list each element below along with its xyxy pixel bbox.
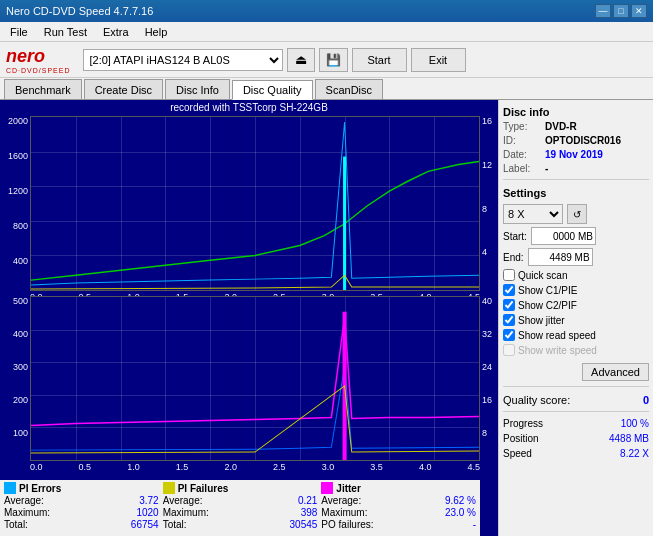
- tab-scan-disc[interactable]: ScanDisc: [315, 79, 383, 99]
- speed-row: Speed 8.22 X: [503, 448, 649, 459]
- y-lower-r-8: 8: [482, 428, 487, 438]
- y-lower-r-24: 24: [482, 362, 492, 372]
- quality-score-val: 0: [643, 394, 649, 406]
- right-panel: Disc info Type: DVD-R ID: OPTODISCR016 D…: [498, 100, 653, 536]
- disc-label-val: -: [545, 163, 548, 174]
- y-lower-300: 300: [13, 362, 28, 372]
- lower-chart-svg: [31, 297, 479, 460]
- menu-file[interactable]: File: [4, 25, 34, 39]
- jitter-legend: Jitter Average: 9.62 % Maximum: 23.0 % P…: [321, 482, 476, 534]
- x-lower-4.0: 4.0: [419, 462, 432, 475]
- title-bar-controls[interactable]: — □ ✕: [595, 4, 647, 18]
- progress-label: Progress: [503, 418, 543, 429]
- show-c2-label: Show C2/PIF: [518, 300, 577, 311]
- quality-score-label: Quality score:: [503, 394, 570, 406]
- pi-failures-avg-label: Average:: [163, 495, 203, 506]
- x-lower-3.5: 3.5: [370, 462, 383, 475]
- pi-errors-max-label: Maximum:: [4, 507, 50, 518]
- menu-run-test[interactable]: Run Test: [38, 25, 93, 39]
- speed-val: 8.22 X: [620, 448, 649, 459]
- advanced-button[interactable]: Advanced: [582, 363, 649, 381]
- exit-button[interactable]: Exit: [411, 48, 466, 72]
- tab-benchmark[interactable]: Benchmark: [4, 79, 82, 99]
- separator-3: [503, 411, 649, 412]
- jitter-avg-label: Average:: [321, 495, 361, 506]
- save-button[interactable]: 💾: [319, 48, 348, 72]
- disc-id-val: OPTODISCR016: [545, 135, 621, 146]
- jitter-color-box: [321, 482, 333, 494]
- separator-2: [503, 386, 649, 387]
- y-lower-100: 100: [13, 428, 28, 438]
- y-lower-400: 400: [13, 329, 28, 339]
- chart-bottom: PI Errors Average: 3.72 Maximum: 1020 To…: [0, 480, 480, 536]
- nero-sub-logo: CD·DVD/SPEED: [6, 67, 71, 74]
- y-upper-r-4: 4: [482, 247, 487, 257]
- y-lower-r-16: 16: [482, 395, 492, 405]
- show-c1-checkbox[interactable]: [503, 284, 515, 296]
- jitter-label: Jitter: [336, 483, 360, 494]
- y-axis-lower-right: 40 32 24 16 8: [480, 296, 498, 461]
- minimize-button[interactable]: —: [595, 4, 611, 18]
- tab-disc-quality[interactable]: Disc Quality: [232, 80, 313, 100]
- position-label: Position: [503, 433, 539, 444]
- speed-selector[interactable]: 8 X Max 2 X 4 X 6 X 12 X 16 X: [503, 204, 563, 224]
- x-axis-lower: 0.0 0.5 1.0 1.5 2.0 2.5 3.0 3.5 4.0 4.5: [30, 462, 480, 475]
- progress-row: Progress 100 %: [503, 418, 649, 429]
- x-lower-0.0: 0.0: [30, 462, 43, 475]
- y-upper-2000: 2000: [8, 116, 28, 126]
- y-upper-r-16: 16: [482, 116, 492, 126]
- show-c2-checkbox[interactable]: [503, 299, 515, 311]
- disc-id-label: ID:: [503, 135, 541, 146]
- disc-label-row: Label: -: [503, 163, 649, 174]
- x-lower-1.5: 1.5: [176, 462, 189, 475]
- show-write-speed-label: Show write speed: [518, 345, 597, 356]
- disc-label-label: Label:: [503, 163, 541, 174]
- position-row: Position 4488 MB: [503, 433, 649, 444]
- tab-disc-info[interactable]: Disc Info: [165, 79, 230, 99]
- disc-date-row: Date: 19 Nov 2019: [503, 149, 649, 160]
- eject-button[interactable]: ⏏: [287, 48, 315, 72]
- pi-failures-label: PI Failures: [178, 483, 229, 494]
- quick-scan-checkbox[interactable]: [503, 269, 515, 281]
- menu-extra[interactable]: Extra: [97, 25, 135, 39]
- app-logo: nero CD·DVD/SPEED: [6, 46, 71, 74]
- show-write-speed-checkbox[interactable]: [503, 344, 515, 356]
- tabs: Benchmark Create Disc Disc Info Disc Qua…: [0, 78, 653, 100]
- y-upper-400: 400: [13, 256, 28, 266]
- menu-help[interactable]: Help: [139, 25, 174, 39]
- po-failures-label: PO failures:: [321, 519, 373, 530]
- show-read-speed-checkbox[interactable]: [503, 329, 515, 341]
- disc-type-label: Type:: [503, 121, 541, 132]
- end-input[interactable]: [528, 248, 593, 266]
- x-lower-2.5: 2.5: [273, 462, 286, 475]
- show-read-speed-label: Show read speed: [518, 330, 596, 341]
- end-mb-row: End:: [503, 248, 649, 266]
- close-button[interactable]: ✕: [631, 4, 647, 18]
- pi-errors-total: 66754: [131, 519, 159, 530]
- chart-lower: [30, 296, 480, 461]
- quick-scan-label: Quick scan: [518, 270, 567, 281]
- upper-chart-svg: [31, 117, 479, 290]
- x-lower-3.0: 3.0: [322, 462, 335, 475]
- start-button[interactable]: Start: [352, 48, 407, 72]
- position-val: 4488 MB: [609, 433, 649, 444]
- disc-date-val: 19 Nov 2019: [545, 149, 603, 160]
- show-jitter-checkbox[interactable]: [503, 314, 515, 326]
- x-lower-2.0: 2.0: [224, 462, 237, 475]
- maximize-button[interactable]: □: [613, 4, 629, 18]
- tab-create-disc[interactable]: Create Disc: [84, 79, 163, 99]
- show-write-speed-row: Show write speed: [503, 344, 649, 356]
- y-upper-1600: 1600: [8, 151, 28, 161]
- x-lower-4.5: 4.5: [467, 462, 480, 475]
- y-upper-1200: 1200: [8, 186, 28, 196]
- settings-refresh-button[interactable]: ↺: [567, 204, 587, 224]
- y-axis-lower-left: 500 400 300 200 100: [0, 296, 30, 461]
- disc-info-title: Disc info: [503, 106, 649, 118]
- drive-selector[interactable]: [2:0] ATAPI iHAS124 B AL0S: [83, 49, 283, 71]
- start-input[interactable]: [531, 227, 596, 245]
- disc-date-label: Date:: [503, 149, 541, 160]
- y-lower-r-32: 32: [482, 329, 492, 339]
- pi-failures-total-label: Total:: [163, 519, 187, 530]
- app-title: Nero CD-DVD Speed 4.7.7.16: [6, 5, 153, 17]
- quick-scan-row: Quick scan: [503, 269, 649, 281]
